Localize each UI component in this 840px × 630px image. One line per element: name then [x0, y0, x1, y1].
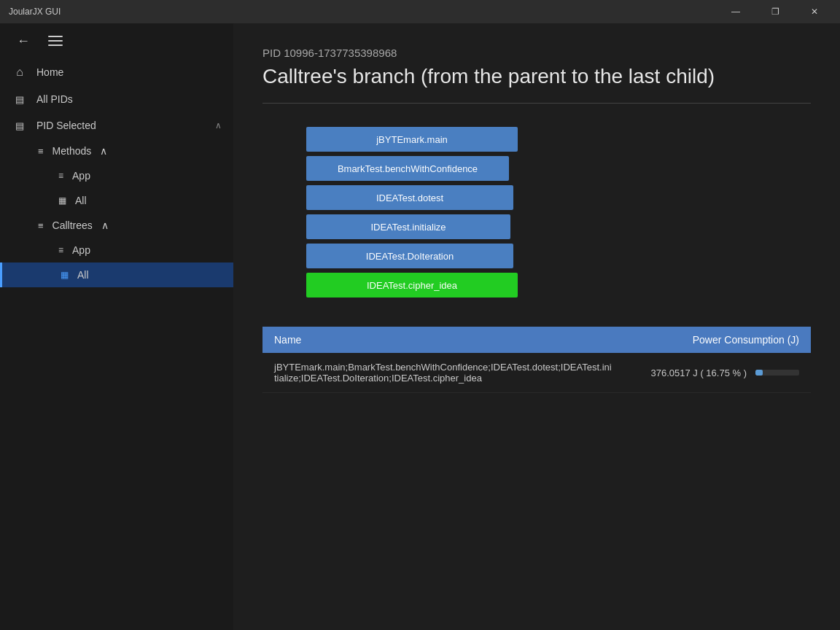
calltrees-app-icon: ≡	[58, 245, 63, 255]
calltree-bar-1: BmarkTest.benchWithConfidence	[306, 156, 509, 181]
sidebar-item-all-pids-label: All PIDs	[36, 93, 222, 105]
sidebar-item-pid-selected-label: PID Selected	[36, 120, 206, 131]
sidebar-item-methods-label: Methods	[52, 145, 92, 157]
back-button[interactable]: ←	[12, 29, 35, 52]
sidebar-item-calltrees-app-label: App	[72, 244, 90, 256]
sidebar-item-methods-app[interactable]: ≡ App	[0, 163, 233, 188]
titlebar: JoularJX GUI — ❐ ✕	[0, 0, 840, 23]
app-title: JoularJX GUI	[9, 7, 61, 17]
sidebar-item-calltrees-app[interactable]: ≡ App	[0, 238, 233, 262]
home-icon: ⌂	[12, 66, 28, 79]
calltree-bar-5: IDEATest.cipher_idea	[306, 273, 518, 298]
all-pids-icon: ▤	[12, 94, 28, 105]
pid-selected-icon: ▤	[12, 120, 28, 131]
calltree-bar-3: IDEATest.initialize	[306, 214, 510, 239]
table-row: jBYTEmark.main;BmarkTest.benchWithConfid…	[262, 353, 811, 393]
calltrees-icon: ≡	[38, 220, 44, 231]
calltrees-all-icon: ▦	[61, 270, 69, 280]
page-title: Calltree's branch (from the parent to th…	[262, 65, 811, 88]
sidebar: ← ⌂ Home ▤ All PIDs ▤	[0, 23, 233, 630]
table-cell-power: 376.0517 J ( 16.75 % )	[625, 353, 811, 393]
sidebar-item-calltrees-all-label: All	[77, 269, 89, 281]
power-bar-fill	[755, 370, 763, 376]
col-power: Power Consumption (J)	[625, 327, 811, 353]
title-divider	[262, 103, 811, 104]
sidebar-item-methods-all[interactable]: ▦ All	[0, 188, 233, 213]
sidebar-item-methods-app-label: App	[72, 170, 90, 182]
sidebar-item-home-label: Home	[36, 66, 222, 78]
methods-all-icon: ▦	[58, 195, 66, 206]
data-table: Name Power Consumption (J) jBYTEmark.mai…	[262, 327, 811, 393]
calltree-bar-0: jBYTEmark.main	[306, 127, 518, 152]
sidebar-top: ←	[0, 23, 233, 58]
calltrees-chevron: ∧	[101, 219, 109, 231]
sidebar-item-methods-all-label: All	[75, 195, 87, 206]
table-cell-name: jBYTEmark.main;BmarkTest.benchWithConfid…	[262, 353, 625, 393]
power-bar-container	[755, 370, 799, 376]
close-button[interactable]: ✕	[798, 0, 831, 23]
page-pid: PID 10996-1737735398968	[262, 47, 811, 59]
calltree-bar-4: IDEATest.DoIteration	[306, 244, 513, 268]
sidebar-item-all-pids[interactable]: ▤ All PIDs	[0, 86, 233, 112]
methods-app-icon: ≡	[58, 171, 63, 181]
methods-chevron: ∧	[100, 145, 107, 157]
sidebar-item-methods[interactable]: ≡ Methods ∧	[0, 139, 233, 163]
methods-icon: ≡	[38, 146, 44, 157]
window-controls: — ❐ ✕	[719, 0, 831, 23]
sidebar-item-calltrees-all[interactable]: ▦ All	[0, 262, 233, 287]
restore-button[interactable]: ❐	[758, 0, 792, 23]
calltree-bar-2: IDEATest.dotest	[306, 185, 513, 210]
sidebar-item-home[interactable]: ⌂ Home	[0, 58, 233, 86]
pid-selected-chevron: ∧	[215, 120, 222, 131]
sidebar-item-pid-selected[interactable]: ▤ PID Selected ∧	[0, 112, 233, 139]
table-header-row: Name Power Consumption (J)	[262, 327, 811, 353]
menu-button[interactable]	[44, 29, 67, 52]
col-name: Name	[262, 327, 625, 353]
sidebar-item-calltrees[interactable]: ≡ Calltrees ∧	[0, 213, 233, 238]
sidebar-item-calltrees-label: Calltrees	[52, 219, 93, 231]
minimize-button[interactable]: —	[719, 0, 752, 23]
calltree-visualization: jBYTEmark.mainBmarkTest.benchWithConfide…	[262, 127, 811, 298]
sidebar-navigation: ⌂ Home ▤ All PIDs ▤ PID Selected ∧ ≡ Met…	[0, 58, 233, 630]
power-value: 376.0517 J ( 16.75 % )	[650, 368, 747, 378]
main-content: PID 10996-1737735398968 Calltree's branc…	[233, 23, 840, 630]
app-body: ← ⌂ Home ▤ All PIDs ▤	[0, 23, 840, 630]
